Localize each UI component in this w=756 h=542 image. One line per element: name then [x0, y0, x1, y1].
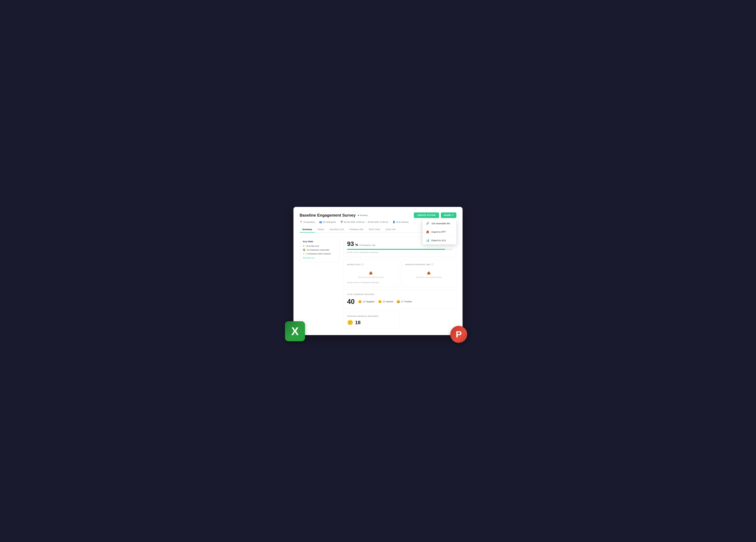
- excel-x-letter: X: [291, 326, 299, 337]
- date-range-meta: 📅 06 Feb 2020, 10:00 am → 26 Feb 2020, 1…: [340, 221, 388, 223]
- questions-label: 15 Questions: [303, 221, 315, 223]
- bounce-response-row: BOUNCE RATE i 📥 We don't have sufficient…: [343, 260, 456, 287]
- main-content: 93 % Participation rate Emails sent Vs E…: [343, 237, 456, 329]
- share-label: SHARE: [444, 214, 451, 216]
- bounce-rate-info-icon: i: [362, 263, 364, 266]
- ppt-p-letter: P: [456, 330, 462, 339]
- question-icon: ❓: [300, 221, 302, 223]
- check-icon: ✅: [303, 249, 305, 251]
- positive-count: 17: [401, 300, 404, 303]
- link-icon: 🔗: [426, 222, 429, 225]
- neutral-count: 10: [383, 300, 385, 303]
- calendar-icon: 📅: [340, 221, 343, 223]
- participants-meta: 👥 45 Participants: [319, 221, 336, 223]
- rate-number: 93: [347, 240, 354, 247]
- export-xls-label: Export to XLS: [431, 239, 446, 242]
- warning-icon: ⚠: [303, 253, 305, 255]
- tab-questions[interactable]: Questions (15): [327, 227, 347, 233]
- progress-bar-fill: [347, 249, 445, 250]
- no-data-icon-response: 📥: [427, 271, 431, 275]
- status-dot: [358, 215, 359, 216]
- excel-icon-decoration: X: [285, 321, 305, 341]
- stat-emails-sent: ✉ 45 emails sent: [303, 245, 336, 247]
- export-xls-item[interactable]: 📊 Export to XLS: [423, 236, 456, 244]
- tab-report[interactable]: Report: [315, 227, 327, 233]
- questions-meta: ❓ 15 Questions: [300, 221, 315, 223]
- get-shareable-link-label: Get shareable link: [431, 222, 450, 225]
- key-stats-card: Key Stats ✉ 45 emails sent ✅ 42 employee…: [300, 237, 340, 262]
- ppt-export-icon: 📥: [426, 230, 429, 233]
- bounce-subtitle: Survey clicks vs Employees responded: [347, 281, 395, 284]
- chevron-down-icon: [452, 215, 454, 216]
- header-actions: CREATE ACTION SHARE 🔗 Get shareable link…: [414, 212, 456, 218]
- get-shareable-link-item[interactable]: 🔗 Get shareable link: [423, 219, 456, 228]
- rate-label: Participation rate: [359, 244, 376, 246]
- reminder-link[interactable]: Reminder (3): [303, 257, 315, 259]
- avg-response-no-data: 📥 We don't have sufficient data: [405, 268, 453, 281]
- no-data-icon-bounce: 📥: [369, 271, 373, 275]
- export-ppt-label: Export to PPT: [431, 231, 446, 233]
- share-button[interactable]: SHARE: [441, 212, 456, 218]
- owner-label: Sunil Johnson: [396, 221, 409, 223]
- bounce-no-data: 📥 We don't have sufficient data: [347, 268, 395, 281]
- date-range-label: 06 Feb 2020, 10:00 am → 26 Feb 2020, 12:…: [344, 221, 388, 223]
- total-feedback-card: TOTAL FEEDBACK RECEIVED 40 😠 13 Negative…: [343, 290, 456, 309]
- export-ppt-item[interactable]: 📥 Export to PPT: [423, 228, 456, 236]
- status-label: Running: [360, 214, 367, 216]
- content-area: Key Stats ✉ 45 emails sent ✅ 42 employee…: [300, 237, 456, 329]
- avg-response-label: AVERAGE RESPONSE TIME i: [405, 263, 453, 266]
- avg-response-info-icon: i: [431, 263, 433, 266]
- tab-summary[interactable]: Summary: [300, 227, 315, 233]
- avg-sentiment-score: 18: [355, 320, 361, 325]
- positive-emoji: 😄: [396, 300, 400, 303]
- key-stats-title: Key Stats: [303, 240, 336, 243]
- title-area: Baseline Engagement Survey Running: [300, 213, 368, 218]
- participation-subtitle: Emails sent Vs Employees responded: [347, 251, 453, 253]
- neutral-sentiment: 😐 10 Neutral: [378, 300, 393, 303]
- avg-sentiment-card: AVERAGE FEEDBACK SENTIMENT 😕 18: [343, 312, 400, 329]
- xls-export-icon: 📊: [426, 239, 429, 242]
- emails-sent-label: 45 emails sent: [306, 245, 319, 247]
- tab-driver-info[interactable]: Driver Info: [383, 227, 398, 233]
- avg-sentiment-value: 😕 18: [347, 320, 396, 325]
- create-action-button[interactable]: CREATE ACTION: [414, 212, 439, 218]
- bounce-rate-card: BOUNCE RATE i 📥 We don't have sufficient…: [343, 260, 398, 287]
- negative-sentiment: 😠 13 Negative: [358, 300, 375, 303]
- bounce-rate-label: BOUNCE RATE i: [347, 263, 395, 266]
- stat-employees-responded: ✅ 42 employees responded: [303, 249, 336, 251]
- negative-count: 13: [363, 300, 365, 303]
- total-feedback-label: TOTAL FEEDBACK RECEIVED: [347, 293, 453, 295]
- participants-icon: 👥: [319, 221, 322, 223]
- no-response-label: 3 employees didn't respond: [306, 253, 331, 255]
- share-dropdown: 🔗 Get shareable link 📥 Export to PPT 📊 E…: [423, 219, 456, 244]
- feedback-count-row: 40 😠 13 Negative 😐 10 Neutral 😄: [347, 298, 453, 305]
- neutral-emoji: 😐: [378, 300, 382, 303]
- participants-label: 45 Participants: [323, 221, 336, 223]
- avg-response-card: AVERAGE RESPONSE TIME i 📥 We don't have …: [401, 260, 456, 287]
- tab-feedback[interactable]: Feedback (40): [347, 227, 366, 233]
- positive-label: Positive: [404, 300, 412, 303]
- rate-percent: %: [355, 243, 358, 247]
- negative-emoji: 😠: [358, 300, 362, 303]
- stat-no-response: ⚠ 3 employees didn't respond: [303, 253, 336, 255]
- negative-label: Negative: [366, 300, 375, 303]
- progress-bar-container: [347, 249, 453, 250]
- employees-responded-label: 42 employees responded: [307, 249, 329, 251]
- owner-meta: 👤 Sunil Johnson: [393, 221, 409, 223]
- avg-sentiment-emoji: 😕: [347, 320, 353, 325]
- sidebar: Key Stats ✉ 45 emails sent ✅ 42 employee…: [300, 237, 340, 329]
- email-icon: ✉: [303, 245, 305, 247]
- status-badge: Running: [358, 214, 367, 216]
- feedback-total: 40: [347, 298, 355, 305]
- positive-sentiment: 😄 17 Positive: [396, 300, 412, 303]
- neutral-label: Neutral: [386, 300, 393, 303]
- powerpoint-icon-decoration: P: [450, 326, 467, 343]
- tab-word-cloud[interactable]: Word Cloud: [366, 227, 383, 233]
- avg-sentiment-label: AVERAGE FEEDBACK SENTIMENT: [347, 315, 396, 317]
- person-icon: 👤: [393, 221, 395, 223]
- page-title: Baseline Engagement Survey: [300, 213, 356, 218]
